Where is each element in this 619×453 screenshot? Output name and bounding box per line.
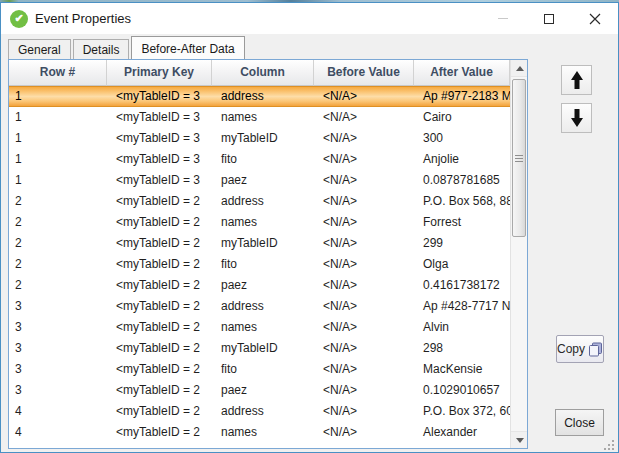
grid-cell: <myTableID = 2 bbox=[107, 338, 212, 359]
table-row[interactable]: 1<myTableID = 3myTableID<N/A>300 bbox=[9, 128, 510, 149]
grid-cell: 0.4161738172 bbox=[414, 275, 510, 296]
table-row[interactable]: 4<myTableID = 2address<N/A>P.O. Box 372,… bbox=[9, 401, 510, 422]
grid-cell: <myTableID = 2 bbox=[107, 317, 212, 338]
grid-cell: <N/A> bbox=[314, 296, 414, 317]
grid-cell: 0.1029010657 bbox=[414, 380, 510, 401]
table-row[interactable]: 2<myTableID = 2paez<N/A>0.4161738172 bbox=[9, 275, 510, 296]
grid-cell: names bbox=[212, 422, 314, 443]
move-down-button[interactable] bbox=[561, 103, 592, 133]
grid-cell: Anjolie bbox=[414, 149, 510, 170]
table-row[interactable]: 3<myTableID = 2myTableID<N/A>298 bbox=[9, 338, 510, 359]
grid-cell: <N/A> bbox=[314, 275, 414, 296]
grid-cell: paez bbox=[212, 275, 314, 296]
grid-cell: <N/A> bbox=[314, 212, 414, 233]
grid-cell: names bbox=[212, 317, 314, 338]
grid-cell: Alvin bbox=[414, 317, 510, 338]
grid-cell: 0.0878781685 bbox=[414, 170, 510, 191]
grid-cell: fito bbox=[212, 149, 314, 170]
grid-cell: 3 bbox=[9, 317, 107, 338]
grid-cell: <N/A> bbox=[314, 422, 414, 443]
check-glyph: ✔ bbox=[14, 13, 23, 24]
grid-cell: myTableID bbox=[212, 233, 314, 254]
grid-cell: 1 bbox=[9, 87, 107, 106]
column-header[interactable]: Before Value bbox=[314, 60, 414, 86]
table-row[interactable]: 1<myTableID = 3names<N/A>Cairo bbox=[9, 107, 510, 128]
grid-cell: <myTableID = 3 bbox=[107, 107, 212, 128]
grid-cell: <myTableID = 2 bbox=[107, 275, 212, 296]
grid-cell: 298 bbox=[414, 338, 510, 359]
resize-grip-icon bbox=[603, 439, 615, 451]
table-row[interactable]: 2<myTableID = 2fito<N/A>Olga bbox=[9, 254, 510, 275]
column-header[interactable]: Primary Key bbox=[107, 60, 212, 86]
close-button[interactable]: Close bbox=[555, 409, 604, 436]
grid-header-row: Row #Primary KeyColumnBefore ValueAfter … bbox=[9, 60, 510, 86]
grid-cell: 300 bbox=[414, 128, 510, 149]
window-title: Event Properties bbox=[35, 11, 131, 26]
minimize-button[interactable] bbox=[480, 3, 526, 34]
grid-cell: <N/A> bbox=[314, 107, 414, 128]
close-window-button[interactable] bbox=[572, 3, 618, 34]
table-row[interactable]: 4<myTableID = 2names<N/A>Alexander bbox=[9, 422, 510, 443]
close-icon bbox=[589, 13, 601, 25]
table-row[interactable]: 1<myTableID = 3paez<N/A>0.0878781685 bbox=[9, 170, 510, 191]
move-up-button[interactable] bbox=[561, 65, 592, 95]
table-row[interactable]: 3<myTableID = 2fito<N/A>MacKensie bbox=[9, 359, 510, 380]
copy-button[interactable]: Copy bbox=[556, 335, 604, 363]
table-row[interactable]: 3<myTableID = 2address<N/A>Ap #428-7717 … bbox=[9, 296, 510, 317]
grid-cell: <myTableID = 3 bbox=[107, 128, 212, 149]
grid-cell: <N/A> bbox=[314, 87, 414, 106]
grid-cell: address bbox=[212, 191, 314, 212]
grid-cell: paez bbox=[212, 170, 314, 191]
grid-cell: <myTableID = 3 bbox=[107, 149, 212, 170]
grid-cell: <N/A> bbox=[314, 233, 414, 254]
copy-button-label: Copy bbox=[557, 342, 585, 356]
arrow-down-icon bbox=[569, 108, 585, 128]
grid-cell: <N/A> bbox=[314, 128, 414, 149]
grid-cell: <myTableID = 2 bbox=[107, 359, 212, 380]
scrollbar-thumb[interactable] bbox=[512, 79, 526, 237]
grid-cell: 1 bbox=[9, 128, 107, 149]
table-row[interactable]: 2<myTableID = 2address<N/A>P.O. Box 568,… bbox=[9, 191, 510, 212]
grid-cell: Alexander bbox=[414, 422, 510, 443]
grid-cell: <N/A> bbox=[314, 170, 414, 191]
resize-grip[interactable] bbox=[603, 437, 615, 449]
maximize-icon bbox=[544, 14, 554, 24]
grid-cell: <myTableID = 2 bbox=[107, 191, 212, 212]
grid-body: 1<myTableID = 3address<N/A>Ap #977-2183 … bbox=[9, 86, 510, 448]
grid-cell: Olga bbox=[414, 254, 510, 275]
grid-cell: address bbox=[212, 87, 314, 106]
tab-general[interactable]: General bbox=[8, 39, 71, 59]
scroll-up-button[interactable] bbox=[511, 60, 528, 77]
column-header[interactable]: Row # bbox=[9, 60, 107, 86]
title-bar[interactable]: ✔ Event Properties bbox=[1, 3, 618, 34]
grid-cell: names bbox=[212, 212, 314, 233]
maximize-button[interactable] bbox=[526, 3, 572, 34]
tab-strip: General Details Before-After Data bbox=[8, 36, 247, 59]
scroll-down-button[interactable] bbox=[511, 431, 528, 448]
table-row[interactable]: 2<myTableID = 2myTableID<N/A>299 bbox=[9, 233, 510, 254]
scroll-up-icon bbox=[516, 66, 524, 71]
table-row[interactable]: 3<myTableID = 2names<N/A>Alvin bbox=[9, 317, 510, 338]
grid-cell: P.O. Box 568, 88 bbox=[414, 191, 510, 212]
grid-cell: <N/A> bbox=[314, 191, 414, 212]
tab-details[interactable]: Details bbox=[73, 39, 130, 59]
column-header[interactable]: Column bbox=[212, 60, 314, 86]
grid-cell: <myTableID = 2 bbox=[107, 401, 212, 422]
table-row[interactable]: 1<myTableID = 3fito<N/A>Anjolie bbox=[9, 149, 510, 170]
tab-before-after-data[interactable]: Before-After Data bbox=[131, 36, 244, 59]
grid-cell: myTableID bbox=[212, 128, 314, 149]
grid-cell: <myTableID = 2 bbox=[107, 296, 212, 317]
grid-cell: <myTableID = 2 bbox=[107, 380, 212, 401]
table-row[interactable]: 3<myTableID = 2paez<N/A>0.1029010657 bbox=[9, 380, 510, 401]
grid-cell: fito bbox=[212, 254, 314, 275]
table-row[interactable]: 1<myTableID = 3address<N/A>Ap #977-2183 … bbox=[9, 86, 510, 107]
grid-cell: 299 bbox=[414, 233, 510, 254]
vertical-scrollbar[interactable] bbox=[510, 60, 527, 448]
table-row[interactable]: 2<myTableID = 2names<N/A>Forrest bbox=[9, 212, 510, 233]
grid-cell: Cairo bbox=[414, 107, 510, 128]
grid-cell: myTableID bbox=[212, 338, 314, 359]
grid-cell: <N/A> bbox=[314, 317, 414, 338]
before-after-grid: Row #Primary KeyColumnBefore ValueAfter … bbox=[8, 59, 528, 449]
column-header[interactable]: After Value bbox=[414, 60, 510, 86]
grid-cell: <myTableID = 3 bbox=[107, 87, 212, 106]
